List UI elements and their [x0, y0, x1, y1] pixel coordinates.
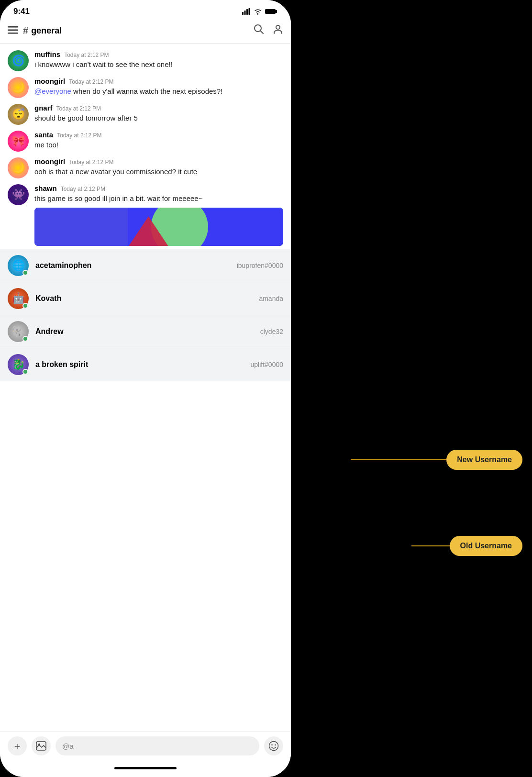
- header-actions: [254, 24, 283, 37]
- username-shawn: shawn: [34, 184, 57, 192]
- member-handle: clyde32: [260, 328, 283, 335]
- message-time: Today at 2:12 PM: [57, 132, 101, 139]
- svg-rect-3: [249, 8, 250, 15]
- message-header: muffins Today at 2:12 PM: [34, 50, 283, 58]
- image-button[interactable]: [32, 736, 51, 755]
- member-handle: ibuprofen#0000: [237, 262, 283, 269]
- avatar: 🌙: [8, 77, 29, 98]
- battery-icon: [265, 8, 277, 15]
- online-indicator: [22, 270, 28, 276]
- image-icon: [36, 741, 46, 751]
- message-content: santa Today at 2:12 PM me too!: [34, 131, 283, 150]
- svg-rect-7: [8, 29, 18, 31]
- home-indicator-wrap: [0, 767, 291, 777]
- svg-rect-15: [34, 208, 128, 246]
- avatar: 😴: [8, 104, 29, 125]
- svg-point-11: [276, 25, 280, 29]
- username-moongirl: moongirl: [34, 77, 65, 85]
- menu-lines: [8, 26, 18, 34]
- message-text: this game is so good ill join in a bit. …: [34, 193, 283, 204]
- new-username-bubble: New Username: [446, 450, 522, 470]
- message-row: 😴 gnarf Today at 2:12 PM should be good …: [0, 101, 291, 128]
- message-text: i knowwww i can't wait to see the next o…: [34, 59, 283, 70]
- avatar: 🌙: [8, 157, 29, 178]
- message-header: moongirl Today at 2:12 PM: [34, 77, 283, 85]
- wifi-icon: [254, 8, 262, 15]
- status-bar: 9:41: [0, 0, 291, 20]
- message-time: Today at 2:12 PM: [64, 52, 109, 58]
- svg-rect-8: [8, 33, 18, 34]
- add-button[interactable]: ＋: [8, 736, 27, 755]
- username-muffins: muffins: [34, 50, 60, 58]
- hash-icon: #: [23, 25, 28, 36]
- emoji-icon: [268, 741, 279, 751]
- message-content: moongirl Today at 2:12 PM @everyone when…: [34, 77, 283, 97]
- username-santa: santa: [34, 131, 53, 139]
- message-text: ooh is that a new avatar you commissione…: [34, 166, 283, 177]
- message-content: shawn Today at 2:12 PM this game is so g…: [34, 184, 283, 246]
- channel-name: general: [31, 26, 62, 36]
- member-displayname: Kovath: [35, 294, 252, 303]
- members-list: 🌐 acetaminophen ibuprofen#0000 🤖 Kovath …: [0, 249, 291, 381]
- member-avatar-wrap: 🤖: [8, 288, 29, 309]
- message-row: 🎀 santa Today at 2:12 PM me too!: [0, 128, 291, 155]
- message-row: 🌙 moongirl Today at 2:12 PM ooh is that …: [0, 155, 291, 181]
- status-time: 9:41: [13, 7, 30, 16]
- home-indicator: [114, 767, 177, 769]
- new-username-annotation: New Username: [351, 450, 522, 470]
- old-username-annotation: Old Username: [411, 536, 522, 556]
- message-row: 🌀 muffins Today at 2:12 PM i knowwww i c…: [0, 47, 291, 74]
- svg-point-20: [275, 744, 276, 746]
- chat-area[interactable]: 🌀 muffins Today at 2:12 PM i knowwww i c…: [0, 44, 291, 731]
- member-row[interactable]: 🤖 Kovath amanda: [0, 282, 291, 315]
- avatar: 🎀: [8, 131, 29, 152]
- mention-everyone: @everyone: [34, 87, 71, 95]
- image-embed: [34, 208, 283, 246]
- svg-rect-4: [265, 9, 276, 14]
- message-header: moongirl Today at 2:12 PM: [34, 157, 283, 166]
- member-handle: amanda: [259, 295, 283, 302]
- input-placeholder: @a: [62, 742, 74, 750]
- message-header: shawn Today at 2:12 PM: [34, 184, 283, 192]
- member-avatar-wrap: 🐉: [8, 354, 29, 375]
- avatar: 👾: [8, 184, 29, 205]
- member-handle: uplift#0000: [250, 361, 283, 368]
- username-gnarf: gnarf: [34, 104, 53, 112]
- member-row[interactable]: 🐉 a broken spirit uplift#0000: [0, 348, 291, 381]
- member-row[interactable]: 🐘 Andrew clyde32: [0, 315, 291, 348]
- message-input[interactable]: @a: [55, 736, 259, 755]
- member-row[interactable]: 🌐 acetaminophen ibuprofen#0000: [0, 249, 291, 282]
- search-icon[interactable]: [254, 24, 264, 37]
- message-time: Today at 2:12 PM: [61, 186, 105, 192]
- online-indicator: [22, 303, 28, 309]
- message-content: muffins Today at 2:12 PM i knowwww i can…: [34, 50, 283, 70]
- message-text: should be good tomorrow after 5: [34, 113, 283, 123]
- header: # general: [0, 20, 291, 44]
- members-icon[interactable]: [273, 24, 283, 37]
- online-indicator: [22, 369, 28, 375]
- member-avatar-wrap: 🌐: [8, 255, 29, 276]
- username-moongirl2: moongirl: [34, 157, 65, 166]
- message-row: 🌙 moongirl Today at 2:12 PM @everyone wh…: [0, 74, 291, 101]
- plus-icon: ＋: [12, 740, 22, 753]
- svg-point-19: [271, 744, 273, 746]
- old-username-bubble: Old Username: [450, 536, 522, 556]
- message-text: @everyone when do y'all wanna watch the …: [34, 86, 283, 97]
- svg-rect-6: [8, 26, 18, 28]
- signal-icon: [242, 8, 251, 15]
- member-displayname: a broken spirit: [35, 360, 244, 369]
- svg-rect-5: [276, 10, 277, 13]
- message-text: me too!: [34, 140, 283, 150]
- online-indicator: [22, 336, 28, 342]
- message-header: gnarf Today at 2:12 PM: [34, 104, 283, 112]
- annotation-line-new: [351, 459, 446, 460]
- phone-container: 9:41: [0, 0, 291, 777]
- message-time: Today at 2:12 PM: [69, 159, 113, 166]
- member-displayname: acetaminophen: [35, 261, 230, 270]
- emoji-button[interactable]: [264, 736, 283, 755]
- annotation-container: New Username Old Username: [291, 0, 532, 777]
- svg-point-18: [269, 742, 278, 751]
- hamburger-icon[interactable]: [8, 25, 18, 36]
- message-content: gnarf Today at 2:12 PM should be good to…: [34, 104, 283, 123]
- status-icons: [242, 8, 277, 15]
